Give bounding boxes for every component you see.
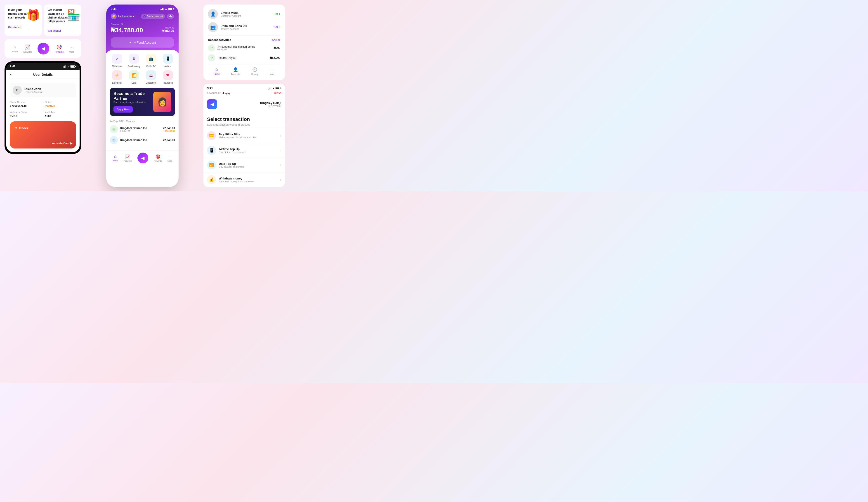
close-button[interactable]: Close (274, 92, 281, 95)
nav-center-button[interactable]: ◀ (38, 43, 49, 54)
details-grid: Phone Number 07066647648 Status Inactive… (10, 101, 76, 118)
tx-time-1: 03:35 PM (120, 130, 159, 132)
stx-user-logo: ◀ (207, 99, 217, 109)
chevron-right-icon: › (280, 178, 281, 182)
withdraw-money-desc: Withdraw money from customer (219, 180, 277, 183)
main-status-bar: 9:41 ▲ (111, 7, 174, 11)
message-button[interactable]: 💬 (167, 14, 174, 19)
airtime-topup-desc: Buy airtime for customer (219, 151, 277, 154)
status-time: 9:41 (10, 65, 16, 68)
tx-option-data[interactable]: 📶 Data Top Up Buy data for customers › (204, 158, 285, 172)
main-nav-label-activities: Activities (124, 160, 132, 162)
stx-time: 9:41 (207, 86, 213, 90)
stx-status-bar: 9:41 ▲ (207, 86, 281, 90)
main-phone: 9:41 ▲ 😊 Hi Emeka ▾ (106, 4, 178, 187)
tier-value: Tier 2 (10, 115, 41, 118)
phone-value: 07066647648 (10, 104, 41, 107)
quick-action-airtime[interactable]: 📱 Airtime (161, 54, 175, 67)
panel-accounts-icon: 👤 (233, 67, 238, 72)
activity-name-referral: Referral Payout (217, 56, 268, 60)
stx-subtitle: Select transaction type and proceed (207, 123, 281, 126)
promo-sub: Earn money from your downliners (113, 101, 153, 104)
back-button[interactable]: ‹ (10, 72, 11, 77)
more-icon: ⋯ (69, 44, 74, 50)
quick-action-withdraw[interactable]: ↗ Withdraw (110, 54, 124, 67)
tx-amount-2: - ₦2,049.00 (161, 138, 175, 142)
main-nav-center-button[interactable]: ◀ (137, 153, 148, 164)
eye-icon[interactable]: 👁 (121, 23, 123, 25)
rewards-icon: 🎯 (56, 44, 62, 50)
tx-status-1: Processing (161, 130, 175, 132)
sidebar-item-rewards[interactable]: 🎯 Rewards (55, 44, 63, 53)
sidebar-item-activities[interactable]: 📈 Activities (23, 44, 32, 53)
tx-option-utility[interactable]: 💳 Pay Utility Bills Make payment for all… (204, 128, 285, 143)
main-nav-label-rewards: Rewards (154, 160, 162, 162)
stx-title: Select transaction (207, 116, 281, 122)
table-row: Kingdom Church Inc - ₦2,049.00 (110, 136, 175, 144)
phone-header: ‹ User Details (6, 70, 80, 79)
data-topup-desc: Buy data for customers (219, 166, 277, 168)
panel-nav-more[interactable]: ⋯ More (269, 67, 275, 75)
fund-account-button[interactable]: ＋ + Fund Account (111, 38, 174, 48)
quick-action-send[interactable]: ⬇ Send money (127, 54, 141, 67)
main-nav-activities[interactable]: 📈 Activities (124, 154, 132, 162)
data-topup-icon: 📶 (207, 160, 216, 169)
sidebar-item-home[interactable]: ⌂ Home (12, 44, 18, 53)
quick-action-education[interactable]: 📖 Education (144, 70, 158, 84)
rewards-amount: ₦452.00 (162, 29, 174, 33)
tx-option-withdraw[interactable]: 💰 Withdraw money Withdraw money from cus… (204, 172, 285, 187)
main-nav-rewards[interactable]: 🎯 Rewards (154, 154, 162, 162)
akupay-logo: akupay (222, 92, 230, 94)
promo-cta-1[interactable]: Get started (8, 26, 38, 29)
utility-bills-desc: Make payment for all kinds of bills (219, 136, 277, 139)
card-brand: ✦ trader (14, 126, 71, 130)
balance-section: Balance 👁 ₦34,780.00 Rewards ₦452.00 (111, 23, 174, 34)
main-status-time: 9:41 (111, 7, 117, 11)
see-all-button[interactable]: See all (272, 39, 280, 42)
panel-nav-history[interactable]: 🕐 History (251, 67, 258, 75)
withdraw-money-icon: 💰 (207, 175, 216, 184)
earn-field: You'll Earn ₦500 (45, 111, 76, 118)
main-nav-more[interactable]: ⋯ More (167, 154, 172, 162)
cabletv-label: Cable TV (146, 65, 156, 67)
tx-name-2: Kingdom Church Inc (120, 138, 159, 142)
nav-label-activities: Activities (23, 51, 32, 53)
main-nav-label-more: More (167, 160, 172, 162)
greeting-text: Hi Emeka (118, 14, 132, 18)
main-center-icon: ◀ (141, 155, 144, 161)
quick-action-insurance[interactable]: ❤ Insurance (161, 70, 175, 84)
main-activities-icon: 📈 (125, 154, 130, 159)
quick-action-cabletv[interactable]: 📺 Cable TV (144, 54, 158, 67)
activity-amount-bonus: ₦200 (274, 46, 280, 50)
panel-nav-accounts[interactable]: 👤 Accounts (231, 67, 240, 75)
stx-user-row: ◀ Kingsley Bolaji 6372****662 (204, 99, 285, 113)
contact-support-label: Contact support (147, 15, 163, 18)
apply-now-button[interactable]: Apply Now (113, 106, 133, 113)
promo-icon-gift: 🎁 (27, 9, 40, 22)
nav-label-more: More (69, 51, 74, 53)
user-name: Etiena John (24, 87, 42, 91)
phone-number-field: Phone Number 07066647648 (10, 101, 41, 107)
verification-field: Verfication Status Tier 2 (10, 111, 41, 118)
utility-bills-name: Pay Utility Bills (219, 133, 277, 136)
main-phone-header: 9:41 ▲ 😊 Hi Emeka ▾ (106, 4, 178, 53)
panel-nav-home[interactable]: ⌂ Home (214, 67, 220, 75)
sidebar-item-more[interactable]: ⋯ More (69, 44, 74, 53)
contact-support-button[interactable]: 🎧 Contact support (141, 14, 165, 19)
philo-type: Traders Account (220, 28, 270, 30)
stx-user-id: 6372****662 (220, 105, 281, 107)
list-item: ↗ Referral Payout ₦52,000 (208, 54, 280, 62)
quick-action-electricity[interactable]: ⚡ Electricity (110, 70, 124, 84)
trader-logo-icon: ✦ (14, 126, 18, 130)
tx-option-airtime[interactable]: 📱 Airtime Top Up Buy airtime for custome… (204, 143, 285, 158)
activity-icon-bonus: ↗ (208, 44, 215, 52)
list-item: 👤 Emeka Musa Customer Account Tier 1 (208, 9, 280, 19)
status-label: Status (45, 101, 76, 104)
page-title: User Details (33, 73, 53, 76)
main-nav-home[interactable]: ⌂ Home (113, 154, 118, 162)
electricity-label: Electricity (112, 82, 122, 84)
tx-amount-1: - ₦2,049.00 Processing (161, 127, 175, 132)
promo-cta-2[interactable]: Get started (48, 30, 78, 32)
activate-card-button[interactable]: Activate Card ▶ (52, 142, 72, 145)
quick-action-data[interactable]: 📶 Data (127, 70, 141, 84)
